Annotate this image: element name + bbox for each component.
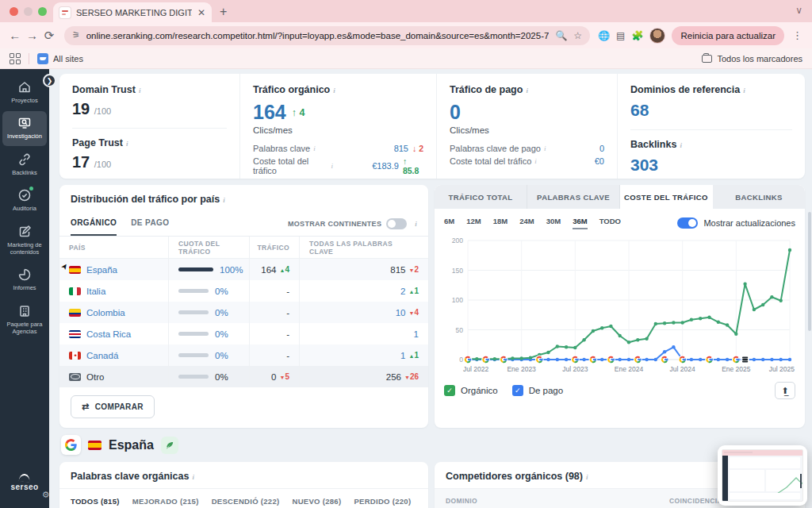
reload-icon[interactable]: ⟳ xyxy=(42,29,56,43)
chart-tab-coste-del-tráfico[interactable]: COSTE DEL TRÁFICO xyxy=(620,185,713,209)
info-icon[interactable]: i xyxy=(313,144,316,152)
zoom-icon[interactable]: 🔍 xyxy=(555,30,567,41)
window-close-button[interactable] xyxy=(10,7,18,16)
window-minimize-button[interactable] xyxy=(24,7,33,16)
keywords-value[interactable]: 2 xyxy=(400,287,405,296)
compare-button[interactable]: ⇄ COMPARAR xyxy=(71,395,155,418)
country-row[interactable]: Italia0%-2▲1 xyxy=(59,280,428,302)
info-icon[interactable]: i xyxy=(333,87,335,94)
url-text[interactable]: online.seranking.com/research.competitor… xyxy=(86,31,550,40)
country-row[interactable]: Colombia0%-10▼4 xyxy=(59,302,428,323)
info-icon[interactable]: i xyxy=(544,144,546,152)
country-name[interactable]: Italia xyxy=(86,287,105,296)
bookmark-star-icon[interactable]: ☆ xyxy=(573,30,582,41)
info-icon[interactable]: i xyxy=(586,473,588,481)
chart-tab-palabras-clave[interactable]: PALABRAS CLAVE xyxy=(527,185,620,209)
window-maximize-button[interactable] xyxy=(38,7,47,16)
range-36m[interactable]: 36M xyxy=(573,217,587,229)
country-name[interactable]: Costa Rica xyxy=(86,329,131,339)
legend-checkbox[interactable]: ✓ xyxy=(512,385,523,396)
show-continents-toggle[interactable] xyxy=(386,218,407,229)
keywords-value[interactable]: 256 xyxy=(386,372,401,382)
info-icon[interactable]: i xyxy=(126,140,128,148)
range-todo[interactable]: TODO xyxy=(599,217,621,229)
legend-de-pago[interactable]: ✓De pago xyxy=(512,385,563,396)
country-name[interactable]: Canadá xyxy=(86,351,118,360)
legend-checkbox[interactable]: ✓ xyxy=(444,385,455,396)
bookmark-all-sites[interactable]: All sites xyxy=(53,54,83,64)
scrollbar-thumb[interactable] xyxy=(808,212,811,331)
keywords-value[interactable]: 10 xyxy=(396,308,406,318)
sidebar-item-informes[interactable]: Informes xyxy=(2,263,47,297)
forward-icon[interactable]: → xyxy=(25,29,40,42)
url-bar[interactable]: ⚞ online.seranking.com/research.competit… xyxy=(64,26,590,45)
extensions-icon[interactable]: 🧩 xyxy=(631,30,643,41)
sidebar-item-investigacion[interactable]: Investigación xyxy=(2,111,47,145)
show-updates-toggle[interactable] xyxy=(677,217,698,229)
range-18m[interactable]: 18M xyxy=(493,217,508,229)
paid-traffic-value[interactable]: 0 xyxy=(450,102,461,122)
backlinks-value[interactable]: 303 xyxy=(630,156,792,175)
sidebar-item-paquete-agencias[interactable]: Paquete para Agencias xyxy=(2,299,47,341)
country-row[interactable]: ➤España100%164▲4815▼2 xyxy=(59,259,428,280)
range-30m[interactable]: 30M xyxy=(546,217,561,229)
info-icon[interactable]: i xyxy=(192,473,194,481)
info-icon[interactable]: i xyxy=(415,220,417,228)
keywords-value[interactable]: 815 xyxy=(390,265,405,275)
keywords-tab-mejorado[interactable]: MEJORADO (215) xyxy=(132,489,199,508)
range-6m[interactable]: 6M xyxy=(444,217,454,229)
sidebar-item-backlinks[interactable]: Backlinks xyxy=(2,148,47,182)
profile-avatar[interactable] xyxy=(649,28,665,44)
info-icon[interactable]: i xyxy=(331,162,333,170)
info-icon[interactable]: i xyxy=(680,141,682,149)
info-icon[interactable]: i xyxy=(743,87,745,94)
metric-subrow-value[interactable]: 0 xyxy=(599,144,604,153)
sidebar-collapse-button[interactable]: ❯ xyxy=(43,74,56,87)
side-panel-icon[interactable]: ▤ xyxy=(616,30,625,41)
keywords-tab-perdido[interactable]: PERDIDO (220) xyxy=(354,489,411,508)
info-icon[interactable]: i xyxy=(526,87,528,94)
keywords-tab-nuevo[interactable]: NUEVO (286) xyxy=(292,489,341,508)
organic-traffic-value[interactable]: 164 xyxy=(253,102,286,122)
sidebar-item-auditoria[interactable]: Auditoría xyxy=(2,183,47,217)
site-info-icon[interactable]: ⚞ xyxy=(72,30,80,40)
range-24m[interactable]: 24M xyxy=(519,217,534,229)
country-row[interactable]: Otro0%0▼5256▼26 xyxy=(59,366,428,387)
keywords-value[interactable]: 1 xyxy=(414,329,419,339)
ref-domains-value[interactable]: 68 xyxy=(630,101,792,120)
country-tab-orgánico[interactable]: ORGÁNICO xyxy=(71,211,117,236)
translate-icon[interactable]: 🌐 xyxy=(598,30,610,41)
country-name[interactable]: Otro xyxy=(86,372,104,382)
metric-subrow-value[interactable]: 815 xyxy=(394,144,408,153)
tab-close-icon[interactable]: ✕ xyxy=(197,7,205,18)
country-name[interactable]: Colombia xyxy=(86,308,125,318)
country-name[interactable]: España xyxy=(86,265,117,275)
range-12m[interactable]: 12M xyxy=(466,217,481,229)
new-tab-button[interactable]: + xyxy=(220,5,227,19)
country-row[interactable]: Canadá0%-1▲1 xyxy=(59,344,428,366)
keywords-tab-todos[interactable]: TODOS (815) xyxy=(71,489,120,508)
legend-orgánico[interactable]: ✓Orgánico xyxy=(444,385,498,396)
metric-subrow-value[interactable]: €183.9 xyxy=(372,161,399,171)
chart-tab-tráfico-total[interactable]: TRÁFICO TOTAL xyxy=(435,185,527,209)
info-icon[interactable]: i xyxy=(139,87,141,94)
export-button[interactable]: ⬆̲ xyxy=(775,382,795,399)
info-icon[interactable]: i xyxy=(223,196,225,204)
chevron-down-icon[interactable]: ∨ xyxy=(795,5,802,16)
sidebar-item-marketing-contenidos[interactable]: Marketing de contenidos xyxy=(2,220,47,262)
browser-tab[interactable]: SERSEO MARKETING DIGITAL ✕ xyxy=(53,2,212,22)
keywords-tab-descendió[interactable]: DESCENDIÓ (222) xyxy=(212,489,280,508)
chart-tab-backlinks[interactable]: BACKLINKS xyxy=(713,185,805,209)
keywords-value[interactable]: 1 xyxy=(400,351,405,360)
metric-subrow-value[interactable]: €0 xyxy=(595,156,604,166)
all-bookmarks[interactable]: Todos los marcadores xyxy=(702,54,802,64)
country-tab-de-pago[interactable]: DE PAGO xyxy=(131,211,169,236)
apps-grid-icon[interactable] xyxy=(10,53,21,64)
page-preview-thumbnail[interactable] xyxy=(718,445,807,506)
relaunch-to-update-button[interactable]: Reinicia para actualizar xyxy=(672,26,784,45)
browser-menu-icon[interactable]: ⋮ xyxy=(791,29,804,41)
country-row[interactable]: Costa Rica0%-1 xyxy=(59,323,428,344)
info-icon[interactable]: i xyxy=(534,157,537,165)
back-icon[interactable]: ← xyxy=(8,29,22,42)
sidebar-item-proyectos[interactable]: Proyectos xyxy=(2,75,47,110)
